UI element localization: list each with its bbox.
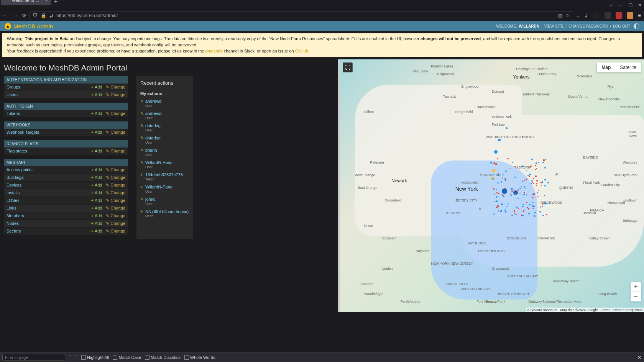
model-link[interactable]: LOSes: [7, 198, 20, 203]
whole-words-checkbox[interactable]: Whole Words: [184, 355, 215, 360]
recent-item-link[interactable]: ✎johnc: [140, 197, 189, 202]
model-link[interactable]: Access points: [7, 167, 33, 172]
change-link[interactable]: Change: [106, 213, 125, 218]
change-link[interactable]: Change: [106, 190, 125, 195]
recent-item-link[interactable]: +134dedb32307e7755c8d7e402d…: [140, 172, 189, 177]
change-link[interactable]: Change: [106, 149, 125, 154]
model-link[interactable]: Buildings: [7, 175, 24, 180]
model-link[interactable]: Members: [7, 213, 24, 218]
add-link[interactable]: Add: [91, 221, 102, 226]
view-site-link[interactable]: VIEW SITE: [544, 24, 564, 28]
map-panel[interactable]: New York Yonkers Newark PatersonCliftonB…: [338, 59, 644, 312]
url-bar[interactable]: ⛉ 🔒 ⇄ https://db.nycmesh.net/admin/ ▤ ☆: [30, 11, 573, 20]
close-window-icon[interactable]: ✕: [638, 2, 642, 8]
pocket-icon[interactable]: ⌵: [576, 13, 579, 18]
add-link[interactable]: Add: [91, 85, 102, 90]
add-link[interactable]: Add: [91, 167, 102, 172]
add-link[interactable]: Add: [91, 175, 102, 180]
reload-icon[interactable]: ⟳: [22, 13, 26, 18]
github-link[interactable]: GitHub: [295, 49, 308, 53]
maximize-icon[interactable]: ▢: [628, 2, 632, 8]
add-link[interactable]: Add: [91, 149, 102, 154]
model-link[interactable]: Users: [7, 92, 18, 97]
map-type-satellite[interactable]: Satellite: [615, 62, 641, 72]
model-link[interactable]: Installs: [7, 190, 20, 195]
recent-item-link[interactable]: ✎datadog: [140, 136, 189, 141]
map-terms-link[interactable]: Terms: [601, 308, 610, 312]
change-link[interactable]: Change: [106, 111, 125, 116]
zoom-in-icon[interactable]: +: [631, 282, 641, 292]
model-link[interactable]: Groups: [7, 85, 20, 89]
model-link[interactable]: Flag states: [7, 149, 27, 153]
recent-item-link[interactable]: ✎datadog: [140, 123, 189, 128]
recent-item-link[interactable]: ✎brianh: [140, 148, 189, 153]
reader-icon[interactable]: ▤: [558, 13, 562, 18]
change-link[interactable]: Change: [106, 167, 125, 172]
change-link[interactable]: Change: [106, 198, 125, 203]
change-link[interactable]: Change: [106, 183, 125, 188]
bookmark-star-icon[interactable]: ☆: [565, 13, 570, 18]
change-link[interactable]: Change: [106, 85, 125, 90]
change-link[interactable]: Change: [106, 130, 125, 135]
downloads-icon[interactable]: ⭳: [584, 13, 589, 18]
extension-icon[interactable]: [616, 12, 622, 19]
minimize-icon[interactable]: —: [618, 2, 623, 8]
change-link[interactable]: Change: [106, 175, 125, 180]
add-link[interactable]: Add: [91, 213, 102, 218]
change-password-link[interactable]: CHANGE PASSWORD: [568, 24, 608, 28]
add-link[interactable]: Add: [91, 229, 102, 234]
model-link[interactable]: Devices: [7, 183, 21, 187]
add-link[interactable]: Add: [91, 130, 102, 135]
theme-toggle-icon[interactable]: [634, 23, 639, 29]
chevron-down-icon[interactable]: ⌄: [610, 2, 613, 8]
map-report-link[interactable]: Report a map error: [613, 308, 642, 312]
recent-item-link[interactable]: +WillardN-Pano: [140, 185, 189, 190]
extension-icon[interactable]: [627, 12, 633, 19]
new-tab-button[interactable]: +: [51, 0, 61, 5]
slack-channel-link[interactable]: #meshdb: [205, 49, 223, 53]
recent-item-link[interactable]: ✎WillardN-Pano: [140, 160, 189, 165]
match-diacritics-checkbox[interactable]: Match Diacritics: [145, 355, 181, 360]
find-input[interactable]: [2, 354, 65, 361]
module-caption: MESHAPI: [4, 159, 128, 166]
model-link[interactable]: Nodes: [7, 221, 19, 226]
match-case-checkbox[interactable]: Match Case: [113, 355, 141, 360]
change-link[interactable]: Change: [106, 221, 125, 226]
find-next-icon[interactable]: ˅: [75, 355, 77, 360]
extension-icon[interactable]: [593, 12, 600, 19]
model-link[interactable]: Sectors: [7, 229, 21, 233]
add-link[interactable]: Add: [91, 206, 102, 211]
recent-item-link[interactable]: +NN7999 (Chom house): [140, 209, 189, 214]
menu-icon[interactable]: ≡: [638, 13, 641, 18]
change-link[interactable]: Change: [106, 229, 125, 234]
map-type-map[interactable]: Map: [597, 62, 615, 72]
browser-tab[interactable]: Welcome to MeshDB Adm… ×: [1, 0, 51, 5]
model-link[interactable]: Tokens: [7, 111, 20, 116]
add-link[interactable]: Add: [91, 190, 102, 195]
add-link[interactable]: Add: [91, 111, 102, 116]
change-link[interactable]: Change: [106, 206, 125, 211]
add-link[interactable]: Add: [91, 198, 102, 203]
fullscreen-icon[interactable]: ⛶: [343, 62, 353, 72]
recent-item-link[interactable]: ✎andrewd: [140, 111, 189, 116]
recent-item-link[interactable]: ✎andrewd: [140, 99, 189, 104]
add-link[interactable]: Add: [91, 183, 102, 188]
lock-icon[interactable]: 🔒: [41, 13, 46, 18]
close-icon[interactable]: ×: [45, 0, 48, 3]
find-prev-icon[interactable]: ˄: [69, 355, 71, 360]
extension-icon[interactable]: [605, 12, 611, 19]
add-link[interactable]: Add: [91, 92, 102, 97]
highlight-all-checkbox[interactable]: Highlight All: [81, 355, 109, 360]
change-link[interactable]: Change: [106, 92, 125, 97]
logout-link[interactable]: LOG OUT: [613, 24, 630, 28]
find-close-icon[interactable]: ✕: [637, 354, 642, 360]
swap-icon[interactable]: ⇄: [49, 13, 53, 18]
zoom-out-icon[interactable]: −: [631, 292, 641, 301]
model-link[interactable]: Links: [7, 206, 16, 210]
model-link[interactable]: Webhook Targets: [7, 130, 39, 134]
map-shortcuts-link[interactable]: Keyboard shortcuts: [527, 308, 557, 312]
forward-icon[interactable]: →: [13, 13, 18, 18]
shield-icon[interactable]: ⛉: [33, 13, 38, 18]
back-icon[interactable]: ←: [3, 13, 8, 18]
site-brand[interactable]: ▲ MeshDB Admin: [5, 23, 53, 29]
